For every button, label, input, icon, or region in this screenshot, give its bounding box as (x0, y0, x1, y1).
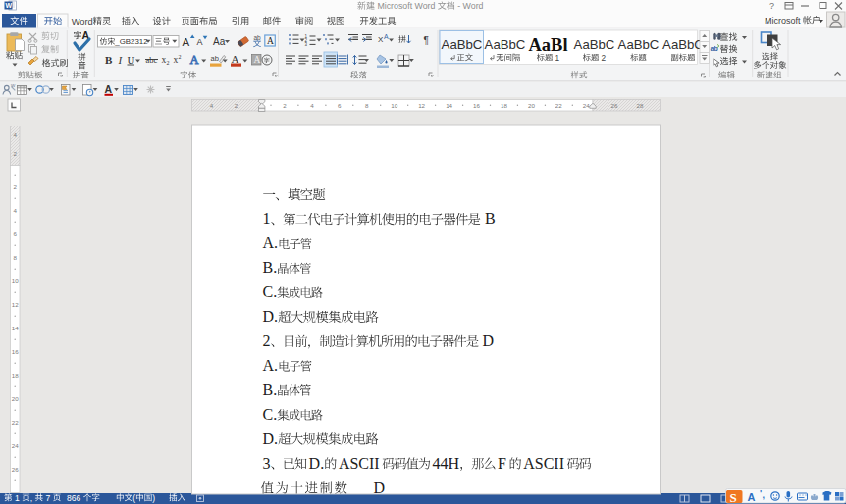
svg-text:- Word: - Word (455, 1, 484, 11)
svg-text:4: 4 (310, 102, 314, 109)
svg-text:A.: A. (263, 234, 279, 251)
svg-text:ab: ab (254, 34, 262, 41)
svg-text:8: 8 (13, 254, 17, 261)
svg-text:14: 14 (12, 325, 19, 331)
svg-text:Microsoft Word: Microsoft Word (375, 1, 438, 11)
svg-text:2: 2 (13, 150, 17, 157)
svg-text:D: D (483, 332, 495, 349)
svg-text:C.: C. (263, 406, 278, 423)
svg-text:W: W (6, 2, 13, 9)
svg-text:A: A (232, 53, 239, 65)
svg-text:2: 2 (179, 54, 182, 60)
svg-text:20: 20 (12, 395, 19, 402)
svg-text:U: U (128, 54, 135, 66)
svg-text:26: 26 (611, 102, 618, 109)
svg-text:14: 14 (446, 102, 452, 109)
svg-text:866: 866 (67, 493, 83, 503)
svg-text:28: 28 (637, 102, 644, 109)
svg-text:A: A (190, 53, 199, 67)
svg-text:22: 22 (555, 102, 562, 109)
svg-text:ab: ab (211, 54, 219, 63)
svg-text:A.: A. (263, 357, 279, 374)
svg-text:6: 6 (13, 230, 17, 237)
svg-text:A: A (384, 33, 389, 40)
svg-text:B.: B. (263, 259, 278, 276)
svg-text:(: ( (132, 493, 135, 503)
svg-text:,: , (763, 490, 766, 500)
svg-text:ab: ab (711, 45, 718, 52)
svg-text:1: 1 (553, 53, 559, 63)
svg-text:12: 12 (418, 102, 425, 109)
svg-text:6: 6 (338, 102, 342, 109)
svg-text:A: A (748, 491, 756, 503)
svg-text:F: F (498, 455, 506, 472)
svg-text:¶: ¶ (424, 35, 429, 46)
svg-text:A: A (105, 83, 113, 95)
svg-text:A: A (197, 37, 203, 47)
svg-text:C.: C. (263, 283, 278, 300)
svg-text:_GB2312: _GB2312 (114, 37, 147, 46)
svg-text:D.: D. (309, 455, 325, 472)
svg-text:2: 2 (235, 102, 238, 109)
svg-text:20: 20 (528, 102, 535, 109)
svg-text:ASCII: ASCII (523, 455, 564, 472)
svg-text:44H: 44H (433, 455, 460, 472)
svg-text:4: 4 (13, 207, 17, 214)
svg-text:AaBbC: AaBbC (662, 37, 704, 52)
svg-text:3: 3 (263, 455, 271, 472)
svg-text:24: 24 (583, 102, 590, 109)
svg-text:A: A (267, 36, 274, 46)
svg-text:AaBbC: AaBbC (442, 37, 483, 52)
svg-text:2: 2 (283, 102, 287, 109)
svg-text:2: 2 (263, 332, 271, 349)
svg-text:B: B (485, 210, 496, 227)
svg-text:A: A (183, 36, 190, 48)
svg-text:2: 2 (167, 60, 170, 66)
svg-text:AaBbC: AaBbC (485, 37, 526, 52)
svg-text:Microsoft: Microsoft (765, 16, 803, 25)
svg-text:2: 2 (13, 183, 17, 190)
svg-text:w: w (10, 82, 16, 88)
svg-text:16: 16 (473, 102, 480, 109)
svg-text:D.: D. (263, 308, 279, 325)
svg-text:B: B (105, 54, 113, 66)
svg-text:7: 7 (43, 493, 53, 503)
svg-text:): ) (152, 493, 155, 503)
svg-text:ASCII: ASCII (339, 455, 380, 472)
svg-text:?: ? (769, 1, 774, 11)
svg-text:18: 18 (12, 372, 19, 378)
svg-text:8: 8 (365, 102, 369, 109)
svg-text:1: 1 (13, 493, 23, 503)
svg-text:A: A (253, 55, 260, 65)
svg-text:4: 4 (13, 131, 17, 138)
svg-text:4: 4 (210, 102, 214, 109)
svg-text:Aa: Aa (213, 36, 226, 47)
svg-text:2: 2 (599, 53, 606, 63)
svg-text:22: 22 (12, 419, 19, 426)
svg-text:B.: B. (263, 381, 278, 398)
svg-text:,: , (30, 493, 35, 503)
svg-text:26: 26 (12, 466, 19, 473)
svg-text:10: 10 (12, 277, 19, 284)
svg-text:1: 1 (263, 210, 271, 227)
svg-text:D: D (374, 479, 386, 496)
svg-text:D.: D. (263, 430, 279, 447)
svg-text:Word: Word (72, 17, 93, 26)
svg-text:12: 12 (12, 301, 19, 308)
svg-text:18: 18 (501, 102, 507, 109)
svg-text:AaBbC: AaBbC (618, 37, 660, 52)
svg-text:16: 16 (12, 348, 19, 355)
svg-text:10: 10 (391, 102, 397, 109)
svg-text:AaBl: AaBl (528, 35, 567, 55)
svg-text:S: S (730, 490, 737, 504)
svg-text:AaBbC: AaBbC (574, 37, 615, 52)
svg-text:24: 24 (12, 442, 19, 449)
